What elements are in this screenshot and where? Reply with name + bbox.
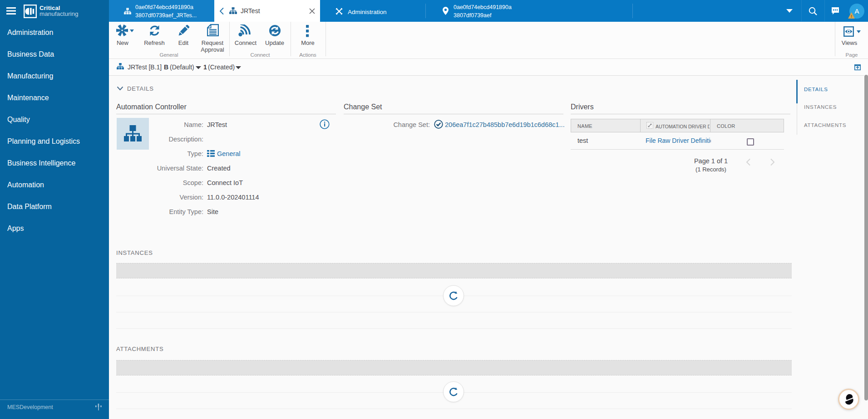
svg-text:!: !: [851, 14, 852, 19]
